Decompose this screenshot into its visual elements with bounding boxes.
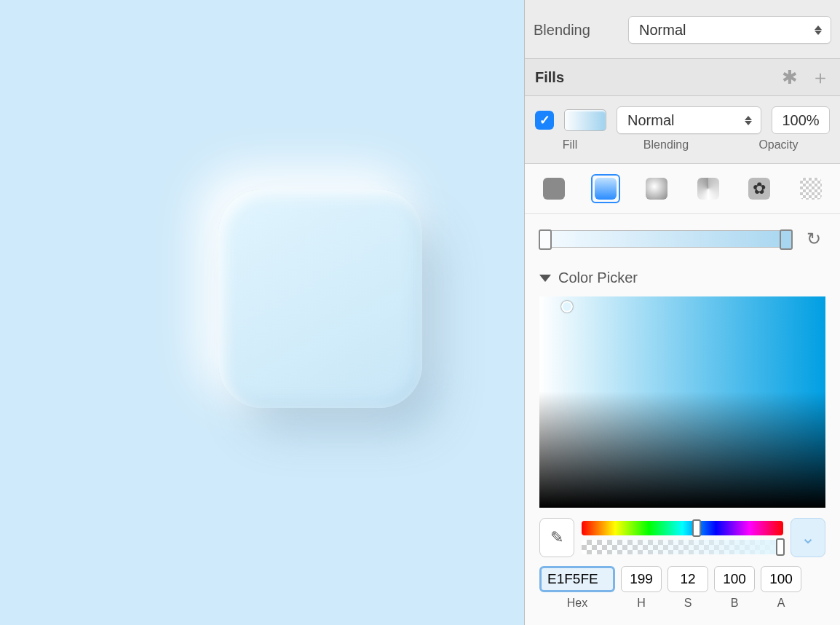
inspector-panel: Blending Normal Fills ✱ ＋ ✓ Normal 100% …	[524, 0, 840, 625]
expand-swatches-button[interactable]: ⌄	[791, 518, 825, 557]
noise-icon	[800, 178, 822, 200]
eyedropper-icon: ✎	[550, 528, 563, 547]
blending-label: Blending	[534, 22, 628, 39]
tab-linear-gradient[interactable]	[591, 174, 620, 203]
stepper-arrows-icon	[813, 25, 823, 35]
fills-section-header: Fills ✱ ＋	[525, 58, 840, 96]
alpha-thumb[interactable]	[776, 538, 785, 556]
fill-entry: ✓ Normal 100%	[525, 96, 840, 138]
blending-sublabel: Blending	[605, 138, 727, 152]
reverse-gradient-button[interactable]: ↻	[802, 227, 825, 251]
canvas-area[interactable]	[0, 0, 524, 625]
fill-enabled-checkbox[interactable]: ✓	[535, 111, 554, 130]
chevron-down-icon: ⌄	[801, 527, 815, 548]
linear-gradient-icon	[595, 178, 617, 200]
color-value-fields: Hex H S B A	[525, 557, 840, 610]
disclosure-triangle-icon	[539, 275, 551, 282]
sb-cursor[interactable]	[561, 301, 573, 312]
color-picker-header[interactable]: Color Picker	[525, 264, 840, 292]
fills-title: Fills	[535, 69, 564, 86]
tab-radial-gradient[interactable]	[642, 174, 671, 203]
s-label: S	[684, 597, 692, 610]
brightness-input[interactable]	[714, 566, 755, 592]
gear-icon[interactable]: ✱	[782, 68, 798, 87]
stepper-arrows-icon	[743, 116, 753, 125]
hex-label: Hex	[567, 597, 587, 610]
selected-shape[interactable]	[218, 189, 422, 408]
eyedropper-button[interactable]: ✎	[539, 518, 574, 557]
color-picker-title: Color Picker	[558, 270, 638, 286]
fill-sublabels: Fill Blending Opacity	[525, 138, 840, 154]
gradient-editor-row: ↻	[525, 214, 840, 264]
hex-input[interactable]	[539, 566, 615, 592]
a-label: A	[777, 597, 785, 610]
fill-swatch[interactable]	[564, 109, 606, 131]
blending-value: Normal	[639, 22, 686, 39]
gradient-stop-right[interactable]	[780, 229, 793, 250]
plus-icon[interactable]: ＋	[811, 68, 830, 87]
gradient-bar[interactable]	[539, 230, 792, 248]
radial-gradient-icon	[646, 178, 667, 200]
tab-solid-color[interactable]	[539, 174, 568, 203]
saturation-brightness-canvas[interactable]	[539, 296, 825, 508]
flower-icon: ✿	[748, 178, 770, 200]
slider-row: ✎ ⌄	[525, 515, 840, 557]
h-label: H	[637, 597, 646, 610]
reverse-icon: ↻	[807, 229, 821, 249]
angular-gradient-icon	[697, 178, 719, 200]
hue-slider[interactable]	[582, 521, 783, 535]
hue-input[interactable]	[621, 566, 662, 592]
fill-blend-value: Normal	[627, 112, 674, 129]
alpha-input[interactable]	[761, 566, 801, 592]
solid-icon	[543, 178, 565, 200]
hue-thumb[interactable]	[692, 519, 701, 537]
b-label: B	[731, 597, 739, 610]
alpha-slider[interactable]	[582, 540, 783, 554]
opacity-sublabel: Opacity	[727, 138, 830, 152]
blending-select[interactable]: Normal	[628, 16, 831, 44]
saturation-input[interactable]	[667, 566, 708, 592]
tab-image-fill[interactable]: ✿	[745, 174, 774, 203]
tab-noise-fill[interactable]	[796, 174, 825, 203]
fill-sublabel: Fill	[535, 138, 605, 152]
gradient-stop-left[interactable]	[539, 229, 552, 250]
fill-type-tabs: ✿	[525, 164, 840, 214]
fill-blend-select[interactable]: Normal	[617, 106, 761, 134]
tab-angular-gradient[interactable]	[694, 174, 723, 203]
color-popover: ✿ ↻ Color Picker ✎	[525, 163, 840, 625]
shape-blending-row: Blending Normal	[525, 0, 840, 58]
fill-opacity-input[interactable]: 100%	[772, 106, 830, 134]
